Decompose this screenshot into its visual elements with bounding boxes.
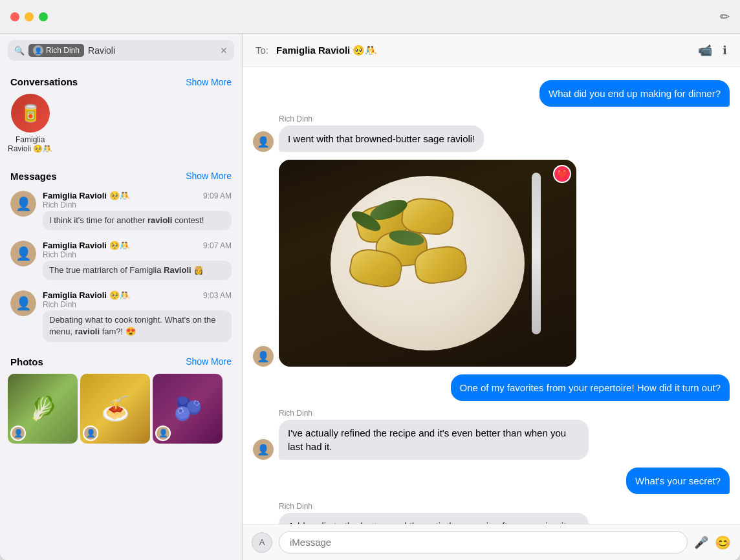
photos-header: Photos Show More xyxy=(0,347,242,371)
message-list-item[interactable]: 👤 Famiglia Ravioli 🥺🤼 9:07 AM Rich Dinh … xyxy=(3,235,239,285)
ravioli-image: ❤️ xyxy=(279,160,576,367)
app-body: 🔍 👤 Rich Dinh Ravioli ✕ Conversations Sh… xyxy=(0,34,740,560)
heart-reaction: ❤️ xyxy=(553,165,571,183)
message-avatar: 👤 xyxy=(10,241,36,266)
message-time: 9:07 AM xyxy=(203,241,232,250)
conversations-header: Conversations Show More xyxy=(0,67,242,91)
fork xyxy=(532,173,541,334)
message-row-image: 👤 xyxy=(253,160,730,367)
sidebar-content: Conversations Show More 🥫 FamigliaRaviol… xyxy=(0,67,242,560)
message-row-incoming: 👤 I've actually refined the recipe and i… xyxy=(253,420,730,460)
message-preview: The true matriarch of Famiglia Ravioli 👸 xyxy=(43,261,232,280)
message-avatar: 👤 xyxy=(10,191,36,217)
titlebar: ✏ xyxy=(0,0,740,34)
message-bubble-incoming: I went with that browned-butter sage rav… xyxy=(279,125,484,152)
search-icon: 🔍 xyxy=(14,46,25,56)
close-button[interactable] xyxy=(10,12,19,21)
message-group-name: Famiglia Ravioli 🥺🤼 xyxy=(43,241,130,250)
photo-avatar-overlay: 👤 xyxy=(155,425,171,441)
ravioli-group xyxy=(343,186,512,341)
message-list-item[interactable]: 👤 Famiglia Ravioli 🥺🤼 9:03 AM Rich Dinh … xyxy=(3,285,239,347)
message-group-name: Famiglia Ravioli 🥺🤼 xyxy=(43,191,130,200)
message-row-outgoing: One of my favorites from your repertoire… xyxy=(253,374,730,401)
maximize-button[interactable] xyxy=(39,12,48,21)
message-time: 9:09 AM xyxy=(203,191,232,200)
messages-header: Messages Show More xyxy=(0,162,242,186)
message-sender-label: Rich Dinh xyxy=(279,502,730,511)
message-sender-label: Rich Dinh xyxy=(279,114,730,124)
minimize-button[interactable] xyxy=(25,12,34,21)
messages-show-more[interactable]: Show More xyxy=(186,171,232,181)
search-query: Ravioli xyxy=(88,45,216,56)
audio-button[interactable]: 🎤 xyxy=(694,535,708,550)
avatar-icon: 👤 xyxy=(10,290,36,316)
avatar-icon: 👤 xyxy=(10,241,36,266)
message-preview: Debating what to cook tonight. What's on… xyxy=(43,310,232,341)
conversation-avatar: 🥫 xyxy=(11,94,50,133)
chat-header: To: Famiglia Ravioli 🥺🤼 📹 ℹ xyxy=(243,34,740,67)
sender-avatar: 👤 xyxy=(253,131,274,152)
photo-avatar-overlay: 👤 xyxy=(10,425,26,441)
photos-title: Photos xyxy=(10,356,43,367)
message-row-outgoing: What did you end up making for dinner? xyxy=(253,80,730,107)
chip-avatar: 👤 xyxy=(33,45,43,56)
message-list-item[interactable]: 👤 Famiglia Ravioli 🥺🤼 9:09 AM Rich Dinh … xyxy=(3,186,239,235)
conversation-name: FamigliaRavioli 🥺🤼 xyxy=(8,135,52,154)
message-time: 9:03 AM xyxy=(203,291,232,300)
photos-show-more[interactable]: Show More xyxy=(186,356,232,367)
message-sender: Rich Dinh xyxy=(43,250,232,259)
conversation-item-famiglia[interactable]: 🥫 FamigliaRavioli 🥺🤼 xyxy=(8,94,52,154)
message-input[interactable] xyxy=(279,531,688,554)
message-row-incoming: 👤 I went with that browned-butter sage r… xyxy=(253,125,730,152)
photos-grid: 🥬 👤 🍝 👤 🫐 👤 xyxy=(0,371,242,451)
emoji-button[interactable]: 😊 xyxy=(715,535,731,550)
chat-to-label: To: xyxy=(256,45,268,56)
message-row-outgoing: What's your secret? xyxy=(253,468,730,494)
avatar-icon: 👤 xyxy=(10,191,36,217)
message-group-name: Famiglia Ravioli 🥺🤼 xyxy=(43,290,130,300)
conversations-title: Conversations xyxy=(10,76,78,87)
info-button[interactable]: ℹ xyxy=(723,43,727,58)
traffic-lights xyxy=(10,12,48,21)
messages-list: 👤 Famiglia Ravioli 🥺🤼 9:09 AM Rich Dinh … xyxy=(0,186,242,347)
message-row-incoming: 👤 Add garlic to the butter, and then sti… xyxy=(253,513,730,524)
message-sender: Rich Dinh xyxy=(43,300,232,309)
message-sender-label: Rich Dinh xyxy=(279,409,730,418)
message-bubble-outgoing: What did you end up making for dinner? xyxy=(539,80,730,107)
message-preview: I think it's time for another ravioli co… xyxy=(43,211,232,230)
message-avatar: 👤 xyxy=(10,290,36,316)
image-message[interactable]: ❤️ xyxy=(279,160,576,367)
messages-title: Messages xyxy=(10,171,57,182)
message-bubble-outgoing: One of my favorites from your repertoire… xyxy=(451,374,730,401)
message-sender: Rich Dinh xyxy=(43,200,232,210)
input-avatar: A xyxy=(252,532,272,553)
photo-thumbnail[interactable]: 🫐 👤 xyxy=(153,374,223,444)
conversations-show-more[interactable]: Show More xyxy=(186,77,232,87)
message-content: Famiglia Ravioli 🥺🤼 9:07 AM Rich Dinh Th… xyxy=(43,241,232,280)
chat-input-bar: A 🎤 😊 xyxy=(243,524,740,560)
conversations-list: 🥫 FamigliaRavioli 🥺🤼 xyxy=(0,91,242,162)
message-bubble-incoming: I've actually refined the recipe and it'… xyxy=(279,420,589,460)
video-call-button[interactable]: 📹 xyxy=(698,43,712,58)
search-inner[interactable]: 🔍 👤 Rich Dinh Ravioli ✕ xyxy=(8,40,234,61)
photo-avatar-overlay: 👤 xyxy=(83,425,98,441)
search-bar: 🔍 👤 Rich Dinh Ravioli ✕ xyxy=(0,34,242,67)
compose-button[interactable]: ✏ xyxy=(720,10,730,24)
chat-recipient-name: Famiglia Ravioli 🥺🤼 xyxy=(276,45,377,56)
photo-thumbnail[interactable]: 🍝 👤 xyxy=(80,374,150,444)
search-clear-button[interactable]: ✕ xyxy=(220,45,228,56)
sidebar: 🔍 👤 Rich Dinh Ravioli ✕ Conversations Sh… xyxy=(0,34,243,560)
sender-avatar: 👤 xyxy=(253,346,274,367)
message-content: Famiglia Ravioli 🥺🤼 9:09 AM Rich Dinh I … xyxy=(43,191,232,230)
sender-avatar: 👤 xyxy=(253,439,274,460)
chat-area: To: Famiglia Ravioli 🥺🤼 📹 ℹ What did you… xyxy=(243,34,740,560)
message-bubble-outgoing: What's your secret? xyxy=(626,468,730,494)
message-content: Famiglia Ravioli 🥺🤼 9:03 AM Rich Dinh De… xyxy=(43,290,232,341)
search-chip: 👤 Rich Dinh xyxy=(28,44,84,57)
message-bubble-incoming: Add garlic to the butter, and then stir … xyxy=(279,513,589,524)
chat-header-icons: 📹 ℹ xyxy=(698,43,727,58)
app-window: ✏ 🔍 👤 Rich Dinh Ravioli ✕ Conv xyxy=(0,0,740,560)
chat-messages: What did you end up making for dinner? R… xyxy=(243,67,740,524)
photo-thumbnail[interactable]: 🥬 👤 xyxy=(8,374,78,444)
chip-label: Rich Dinh xyxy=(46,46,80,55)
